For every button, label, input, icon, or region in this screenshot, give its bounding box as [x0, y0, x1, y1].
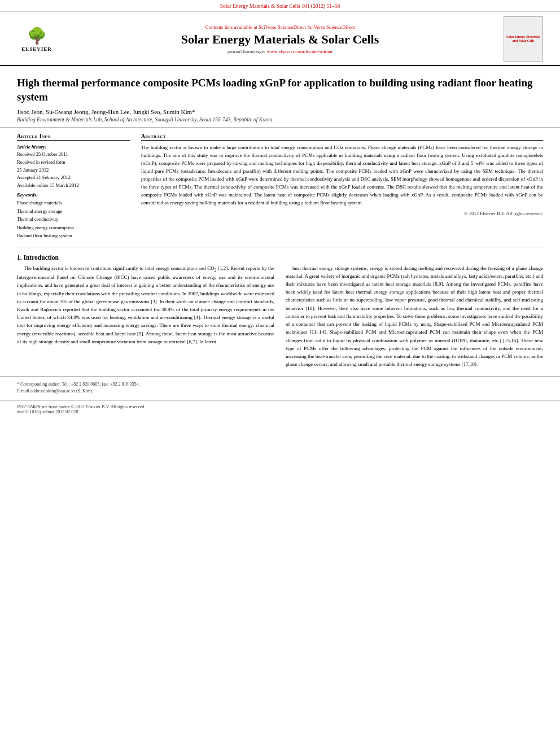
body-text-left: The building sector is known to contribu…	[17, 264, 274, 346]
article-abstract-section: Article Info Article history: Received 2…	[0, 128, 560, 239]
abstract-column: Abstract The building sector is known to…	[141, 133, 543, 239]
journal-center-info: Contents lists available at SciVerse Sci…	[62, 24, 498, 54]
copyright-line: © 2012 Elsevier B.V. All rights reserved…	[141, 211, 543, 216]
article-dates: Received 25 October 2011 Received in rev…	[17, 151, 130, 189]
paper-title-section: High thermal performance composite PCMs …	[0, 66, 560, 128]
received-date: Received 25 October 2011	[17, 151, 130, 159]
paper-affiliation: Building Environment & Materials Lab, Sc…	[17, 117, 543, 123]
journal-citation: Solar Energy Materials & Solar Cells 101…	[220, 3, 340, 9]
intro-para-right-1: heat thermal energy storage systems, ene…	[286, 264, 543, 369]
keywords-label: Keywords:	[17, 192, 130, 198]
paper-authors: Jisoo Jeon, Su-Gwang Jeong, Jeong-Hun Le…	[17, 108, 543, 115]
elsevier-tree-icon: 🌳	[27, 27, 47, 45]
sciverse-link[interactable]: SciVerse ScienceDirect	[259, 24, 306, 30]
homepage-line: journal homepage: www.elsevier.com/locat…	[62, 49, 498, 54]
revised-label: Received in revised form	[17, 159, 130, 167]
top-bar: Solar Energy Materials & Solar Cells 101…	[0, 0, 560, 12]
elsevier-wordmark: ELSEVIER	[21, 46, 52, 52]
footnote-section: * Corresponding author. Tel.: +82 2 820 …	[0, 376, 560, 395]
intro-para-left-1: The building sector is known to contribu…	[17, 264, 274, 346]
body-left-col: The building sector is known to contribu…	[17, 264, 274, 372]
contents-label: Contents lists available at	[205, 24, 257, 30]
issn-line: 0927-0248/$-see front matter © 2012 Else…	[17, 404, 543, 409]
homepage-url[interactable]: www.elsevier.com/locate/solmat	[266, 49, 333, 54]
homepage-label: journal homepage:	[228, 49, 265, 54]
keywords-list: Phase change materials Thermal energy st…	[17, 199, 130, 239]
right-logo: Solar Energy Materials and Solar Cells	[498, 16, 549, 62]
available-online: Available online 15 March 2012	[17, 182, 130, 190]
contents-available-line: Contents lists available at SciVerse Sci…	[62, 24, 498, 30]
article-info-heading: Article Info	[17, 133, 130, 141]
article-info-column: Article Info Article history: Received 2…	[17, 133, 130, 239]
body-right-col: heat thermal energy storage systems, ene…	[286, 264, 543, 372]
intro-heading: 1. Introduction	[17, 254, 543, 261]
journal-header: 🌳 ELSEVIER Contents lists available at S…	[0, 12, 560, 66]
thumbnail-text: Solar Energy Materials and Solar Cells	[506, 35, 541, 43]
footnote-email: E-mail address: skim@ssu.ac.kr (S. Kim).	[17, 388, 543, 395]
journal-thumbnail: Solar Energy Materials and Solar Cells	[504, 16, 543, 62]
keyword-4: Building energy consumption	[17, 224, 130, 231]
sciverse-text: SciVerse ScienceDirect	[307, 24, 355, 30]
journal-title-display: Solar Energy Materials & Solar Cells	[62, 32, 498, 47]
keyword-2: Thermal energy storage	[17, 207, 130, 215]
abstract-text: The building sector is known to make a l…	[141, 144, 543, 207]
history-label: Article history:	[17, 144, 130, 150]
keyword-3: Thermal conductivity	[17, 215, 130, 223]
section-divider	[17, 247, 543, 247]
bottom-bar: 0927-0248/$-see front matter © 2012 Else…	[0, 400, 560, 418]
revised-date: 25 January 2012	[17, 167, 130, 174]
footnote-star: * Corresponding author. Tel.: +82 2 820 …	[17, 381, 543, 388]
abstract-heading: Abstract	[141, 133, 543, 141]
keyword-1: Phase change materials	[17, 199, 130, 207]
accepted-date: Accepted 21 February 2012	[17, 174, 130, 182]
left-logo: 🌳 ELSEVIER	[11, 27, 62, 52]
body-two-col: The building sector is known to contribu…	[0, 264, 560, 372]
paper-title: High thermal performance composite PCMs …	[17, 76, 543, 104]
doi-line: doi:10.1016/j.solmat.2012.02.028	[17, 409, 543, 414]
body-section: 1. Introduction	[0, 254, 560, 261]
body-text-right: heat thermal energy storage systems, ene…	[286, 264, 543, 369]
keyword-5: Radiant floor heating system	[17, 231, 130, 239]
